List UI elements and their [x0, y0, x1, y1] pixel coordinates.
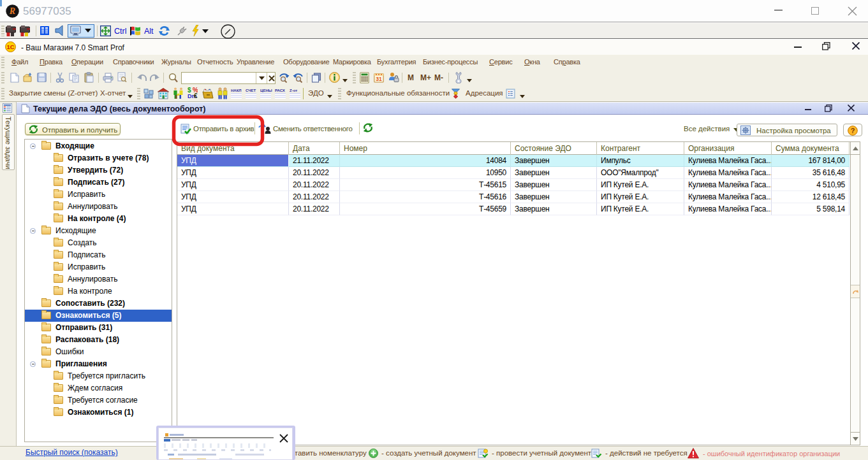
svg-text:1C: 1C	[6, 43, 14, 50]
svg-text:?: ?	[851, 127, 855, 134]
svg-text:31: 31	[376, 76, 382, 82]
svg-text:€: €	[194, 92, 198, 99]
svg-text:R: R	[9, 6, 15, 16]
